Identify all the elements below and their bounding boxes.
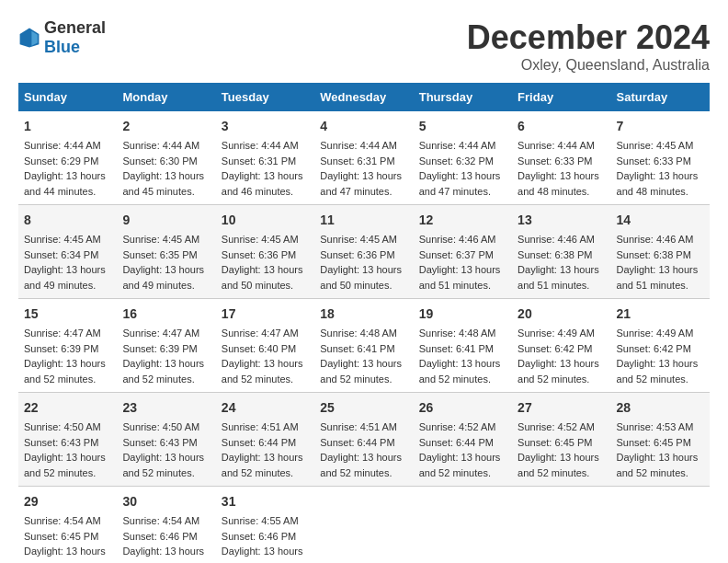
day-number: 13 [518, 211, 605, 230]
daylight-label: Daylight: 13 hoursand 49 minutes. [122, 264, 204, 291]
day-number: 7 [617, 117, 704, 136]
sunrise-label: Sunrise: 4:45 AM [24, 234, 101, 245]
day-cell-15: 15Sunrise: 4:47 AMSunset: 6:39 PMDayligh… [18, 299, 117, 393]
day-number: 12 [419, 211, 506, 230]
day-cell-25: 25Sunrise: 4:51 AMSunset: 6:44 PMDayligh… [314, 393, 413, 487]
logo-icon [18, 27, 40, 49]
day-cell-31: 31Sunrise: 4:55 AMSunset: 6:46 PMDayligh… [216, 487, 314, 564]
sunset-label: Sunset: 6:42 PM [518, 343, 592, 354]
day-number: 1 [24, 117, 111, 136]
sunrise-label: Sunrise: 4:47 AM [24, 327, 101, 339]
day-number: 21 [617, 304, 704, 324]
day-cell-1: 1Sunrise: 4:44 AMSunset: 6:29 PMDaylight… [18, 111, 117, 205]
header-sunday: Sunday [18, 83, 117, 111]
daylight-label: Daylight: 13 hoursand 52 minutes. [617, 452, 699, 478]
day-number: 27 [518, 398, 605, 418]
sunrise-label: Sunrise: 4:44 AM [122, 140, 199, 151]
header-row: Sunday Monday Tuesday Wednesday Thursday… [18, 83, 710, 111]
day-cell-14: 14Sunrise: 4:46 AMSunset: 6:38 PMDayligh… [611, 205, 710, 299]
week-row-5: 29Sunrise: 4:54 AMSunset: 6:45 PMDayligh… [18, 487, 710, 564]
day-cell-22: 22Sunrise: 4:50 AMSunset: 6:43 PMDayligh… [18, 393, 117, 487]
page-header: General Blue December 2024 Oxley, Queens… [18, 18, 710, 74]
day-number: 9 [122, 211, 210, 230]
day-cell-12: 12Sunrise: 4:46 AMSunset: 6:37 PMDayligh… [414, 205, 512, 299]
daylight-label: Daylight: 13 hoursand 52 minutes. [419, 358, 501, 385]
daylight-label: Daylight: 13 hoursand 48 minutes. [518, 170, 599, 197]
header-saturday: Saturday [611, 83, 710, 111]
sunset-label: Sunset: 6:43 PM [122, 437, 197, 448]
daylight-label: Daylight: 13 hoursand 52 minutes. [518, 358, 599, 385]
day-cell-5: 5Sunrise: 4:44 AMSunset: 6:32 PMDaylight… [414, 111, 512, 205]
day-number: 14 [617, 211, 704, 230]
day-cell-26: 26Sunrise: 4:52 AMSunset: 6:44 PMDayligh… [414, 393, 512, 487]
daylight-label: Daylight: 13 hoursand 44 minutes. [24, 170, 106, 197]
header-tuesday: Tuesday [216, 83, 314, 111]
day-number: 4 [320, 117, 407, 136]
sunset-label: Sunset: 6:45 PM [518, 437, 592, 448]
empty-cell [414, 487, 512, 564]
day-cell-29: 29Sunrise: 4:54 AMSunset: 6:45 PMDayligh… [18, 487, 117, 564]
day-cell-3: 3Sunrise: 4:44 AMSunset: 6:31 PMDaylight… [216, 111, 314, 205]
logo: General Blue [18, 18, 106, 57]
location-title: Oxley, Queensland, Australia [467, 57, 710, 74]
sunset-label: Sunset: 6:30 PM [122, 155, 197, 167]
sunset-label: Sunset: 6:39 PM [122, 343, 197, 354]
sunset-label: Sunset: 6:36 PM [320, 249, 394, 260]
daylight-label: Daylight: 13 hoursand 52 minutes. [617, 358, 699, 385]
day-cell-24: 24Sunrise: 4:51 AMSunset: 6:44 PMDayligh… [216, 393, 314, 487]
sunset-label: Sunset: 6:33 PM [518, 155, 592, 167]
day-number: 10 [222, 211, 309, 230]
day-cell-23: 23Sunrise: 4:50 AMSunset: 6:43 PMDayligh… [117, 393, 215, 487]
day-number: 31 [222, 492, 309, 511]
daylight-label: Daylight: 13 hoursand 50 minutes. [320, 264, 402, 291]
sunrise-label: Sunrise: 4:44 AM [518, 140, 595, 151]
sunset-label: Sunset: 6:41 PM [320, 343, 394, 354]
sunset-label: Sunset: 6:33 PM [617, 155, 691, 167]
sunset-label: Sunset: 6:36 PM [222, 249, 296, 260]
day-cell-4: 4Sunrise: 4:44 AMSunset: 6:31 PMDaylight… [314, 111, 413, 205]
sunset-label: Sunset: 6:41 PM [419, 343, 494, 354]
sunrise-label: Sunrise: 4:47 AM [122, 327, 199, 339]
calendar-table: Sunday Monday Tuesday Wednesday Thursday… [18, 83, 710, 563]
day-cell-21: 21Sunrise: 4:49 AMSunset: 6:42 PMDayligh… [611, 299, 710, 393]
daylight-label: Daylight: 13 hoursand 45 minutes. [122, 170, 204, 197]
sunrise-label: Sunrise: 4:53 AM [617, 421, 694, 432]
day-number: 28 [617, 398, 704, 418]
daylight-label: Daylight: 13 hoursand 52 minutes. [419, 452, 501, 478]
sunrise-label: Sunrise: 4:46 AM [518, 234, 595, 245]
day-cell-13: 13Sunrise: 4:46 AMSunset: 6:38 PMDayligh… [512, 205, 610, 299]
sunset-label: Sunset: 6:46 PM [122, 531, 197, 542]
sunset-label: Sunset: 6:37 PM [419, 249, 494, 260]
sunset-label: Sunset: 6:44 PM [222, 437, 296, 448]
sunrise-label: Sunrise: 4:49 AM [617, 327, 694, 339]
daylight-label: Daylight: 13 hoursand 50 minutes. [222, 264, 303, 291]
daylight-label: Daylight: 13 hoursand 46 minutes. [222, 170, 303, 197]
sunrise-label: Sunrise: 4:54 AM [24, 515, 101, 526]
day-number: 30 [122, 492, 210, 511]
header-friday: Friday [512, 83, 610, 111]
sunrise-label: Sunrise: 4:51 AM [222, 421, 299, 432]
sunset-label: Sunset: 6:38 PM [518, 249, 592, 260]
sunset-label: Sunset: 6:31 PM [222, 155, 296, 167]
daylight-label: Daylight: 13 hoursand 48 minutes. [617, 170, 699, 197]
day-cell-6: 6Sunrise: 4:44 AMSunset: 6:33 PMDaylight… [512, 111, 610, 205]
daylight-label: Daylight: 13 hoursand 47 minutes. [419, 170, 501, 197]
daylight-label: Daylight: 13 hoursand 51 minutes. [24, 546, 106, 563]
empty-cell [512, 487, 610, 564]
sunrise-label: Sunrise: 4:54 AM [122, 515, 199, 526]
day-cell-20: 20Sunrise: 4:49 AMSunset: 6:42 PMDayligh… [512, 299, 610, 393]
day-number: 19 [419, 304, 506, 324]
title-area: December 2024 Oxley, Queensland, Austral… [467, 18, 710, 74]
sunrise-label: Sunrise: 4:46 AM [617, 234, 694, 245]
day-cell-17: 17Sunrise: 4:47 AMSunset: 6:40 PMDayligh… [216, 299, 314, 393]
logo-general: General [44, 18, 106, 37]
sunrise-label: Sunrise: 4:48 AM [320, 327, 397, 339]
day-number: 18 [320, 304, 407, 324]
sunrise-label: Sunrise: 4:47 AM [222, 327, 299, 339]
daylight-label: Daylight: 13 hoursand 47 minutes. [320, 170, 402, 197]
day-number: 20 [518, 304, 605, 324]
sunrise-label: Sunrise: 4:52 AM [419, 421, 496, 432]
day-number: 29 [24, 492, 111, 511]
daylight-label: Daylight: 13 hoursand 51 minutes. [419, 264, 501, 291]
sunset-label: Sunset: 6:31 PM [320, 155, 394, 167]
